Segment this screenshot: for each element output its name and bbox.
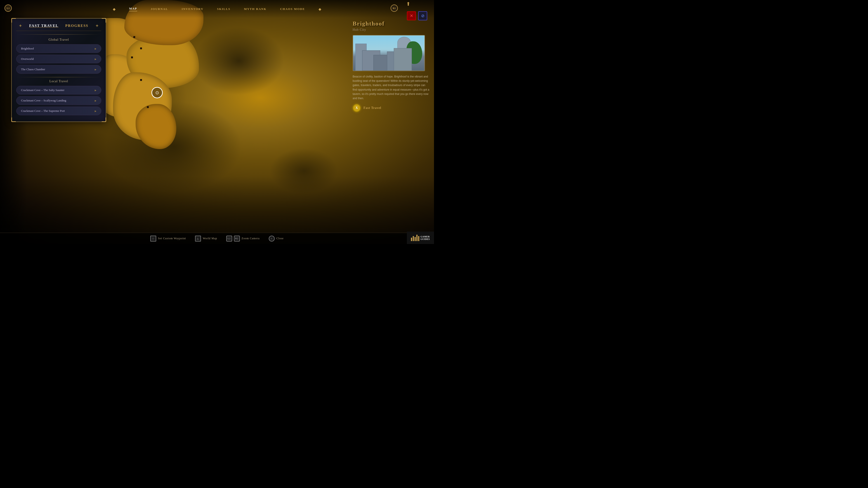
right-info-panel: Brighthoof Hub City Beacon of civility, … [352,20,430,112]
chaos-mode-icons: ✕ ⊘ [407,11,427,20]
nav-items: ◆ MAP JOURNAL INVENTORY SKILLS MYTH RANK… [113,7,321,11]
nav-item-map[interactable]: MAP [129,7,137,11]
chaos-icon-2: ⊘ [418,11,427,20]
x-button-icon: X [352,104,361,112]
action-waypoint-label: Set Custom Waypoint [158,237,186,240]
travel-item-supreme-port[interactable]: Crackmast Cove – The Supreme Port ▶ [16,107,101,115]
travel-arrow: ▶ [95,68,96,71]
travel-arrow: ▶ [95,99,96,102]
corner-br [102,118,106,122]
location-image [352,35,425,71]
logo-text-guides: GUIDES [421,238,430,240]
nav-item-chaos-mode[interactable]: CHAOS MODE [280,7,305,11]
cursor-circle: ⊙ [151,87,163,98]
corner-tl [11,18,16,23]
logo-bar-3 [414,237,416,241]
map-location-dot [133,36,135,38]
location-description: Beacon of civility, bastion of hope. Bri… [352,74,430,101]
city-scene [353,35,425,71]
city-building-5 [394,48,412,71]
action-waypoint: □ Set Custom Waypoint [150,236,186,241]
map-location-dot [147,106,149,108]
fast-travel-button-label: Fast Travel [364,106,381,110]
nav-diamond-left: ◆ [113,7,116,11]
map-location-dot [140,47,142,49]
location-title: Brighthoof [352,20,430,27]
chaos-icon-1: ✕ [407,11,416,20]
logo-bars [411,235,419,241]
panel-header: ✦ Fast Travel Progress ✦ [16,23,101,31]
nav-diamond-right: ◆ [318,7,321,11]
move-icon-left: ✦ [19,23,22,29]
fast-travel-action[interactable]: X Fast Travel [352,104,430,112]
action-zoom-label: Zoom Camera [242,237,260,240]
nav-item-myth-rank[interactable]: MYTH RANK [244,7,267,11]
tab-progress[interactable]: Progress [65,24,88,28]
top-navigation: L1 ◆ MAP JOURNAL INVENTORY SKILLS MYTH R… [0,0,434,18]
logo-bar-2 [413,236,414,241]
gamer-guides-logo: GAMER GUIDES [407,232,434,244]
action-close: ○ Close [269,236,284,241]
action-zoom: L2 R2 Zoom Camera [226,236,260,241]
logo-bar-5 [418,236,419,241]
l2-button: L2 [226,236,232,241]
square-button: □ [150,236,156,241]
nav-item-inventory[interactable]: INVENTORY [182,7,204,11]
global-travel-title: Global Travel [16,38,101,41]
travel-item-salty-saunter[interactable]: Crackmast Cove – The Salty Saunter ▶ [16,86,101,94]
travel-item-brighthoof[interactable]: Brighthoof ▶ [16,44,101,53]
travel-item-overworld[interactable]: Overworld ▶ [16,55,101,63]
travel-item-label: Crackmast Cove – The Salty Saunter [21,88,64,92]
travel-item-label: The Chaos Chamber [21,68,45,71]
tab-fast-travel[interactable]: Fast Travel [29,24,59,28]
travel-item-scallywag-landing[interactable]: Crackmast Cove – Scallywag Landing ▶ [16,96,101,105]
x-button-label: X [355,106,358,110]
fast-travel-panel: ✦ Fast Travel Progress ✦ Global Travel B… [11,18,106,122]
land-mass-5 [135,104,176,149]
nav-item-skills[interactable]: SKILLS [217,7,230,11]
corner-bl [11,118,16,122]
travel-arrow: ▶ [95,110,96,112]
move-icon-right: ✦ [95,23,99,29]
cursor-icon: ⊙ [155,90,159,95]
travel-arrow: ▶ [95,47,96,50]
divider-top [16,34,101,35]
r1-button[interactable]: R1 [391,4,398,12]
travel-item-chaos-chamber[interactable]: The Chaos Chamber ▶ [16,65,101,74]
local-travel-title: Local Travel [16,79,101,83]
location-subtitle: Hub City [352,28,430,32]
logo-bar-4 [416,235,417,241]
l1-button[interactable]: L1 [4,4,12,12]
action-worldmap-label: World Map [203,237,217,240]
bottom-bar: □ Set Custom Waypoint △ World Map L2 R2 … [0,233,434,244]
circle-button: ○ [269,236,275,241]
logo-text-container: GAMER GUIDES [421,235,430,240]
r2-button: R2 [234,236,240,241]
corner-tr [102,18,106,23]
travel-arrow: ▶ [95,58,96,60]
logo-bar-1 [411,238,412,241]
travel-arrow: ▶ [95,89,96,92]
action-worldmap: △ World Map [195,236,217,241]
nav-item-journal[interactable]: JOURNAL [151,7,168,11]
travel-item-label: Crackmast Cove – Scallywag Landing [21,99,66,102]
map-location-dot [131,57,133,58]
travel-item-label: Crackmast Cove – The Supreme Port [21,109,65,113]
player-cursor: ⊙ [151,87,163,98]
travel-item-label: Brighthoof [21,47,34,51]
logo-text-gamer: GAMER [421,235,430,238]
triangle-button: △ [195,236,201,241]
action-close-label: Close [276,237,284,240]
travel-item-label: Overworld [21,57,34,61]
upload-icon: ⬆ [406,1,410,7]
map-location-dot [140,79,142,81]
